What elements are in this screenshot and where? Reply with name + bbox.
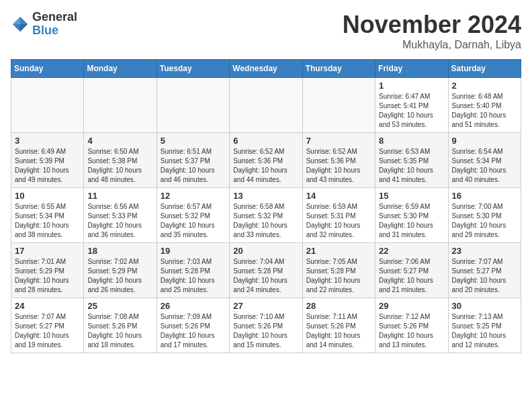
calendar-cell	[11, 78, 84, 133]
calendar-cell: 27Sunrise: 7:10 AM Sunset: 5:26 PM Dayli…	[230, 298, 302, 353]
day-number: 16	[452, 191, 517, 201]
calendar-cell: 8Sunrise: 6:53 AM Sunset: 5:35 PM Daylig…	[375, 133, 448, 188]
calendar-cell: 1Sunrise: 6:47 AM Sunset: 5:41 PM Daylig…	[375, 78, 448, 133]
day-header-saturday: Saturday	[448, 60, 521, 78]
day-header-sunday: Sunday	[11, 60, 84, 78]
logo: General Blue	[11, 11, 77, 38]
day-number: 18	[87, 246, 152, 256]
day-number: 28	[306, 301, 371, 311]
day-number: 7	[306, 136, 371, 146]
calendar-week-1: 1Sunrise: 6:47 AM Sunset: 5:41 PM Daylig…	[11, 78, 521, 133]
day-info: Sunrise: 6:56 AM Sunset: 5:33 PM Dayligh…	[87, 202, 152, 240]
calendar-cell: 12Sunrise: 6:57 AM Sunset: 5:32 PM Dayli…	[157, 188, 229, 243]
calendar-cell: 16Sunrise: 7:00 AM Sunset: 5:30 PM Dayli…	[448, 188, 521, 243]
day-number: 25	[87, 301, 152, 311]
day-info: Sunrise: 6:48 AM Sunset: 5:40 PM Dayligh…	[452, 92, 517, 130]
svg-marker-3	[20, 24, 28, 32]
day-info: Sunrise: 6:49 AM Sunset: 5:39 PM Dayligh…	[15, 147, 80, 185]
svg-marker-2	[13, 24, 20, 32]
svg-marker-1	[13, 17, 20, 24]
calendar-cell: 9Sunrise: 6:54 AM Sunset: 5:34 PM Daylig…	[448, 133, 521, 188]
day-info: Sunrise: 6:51 AM Sunset: 5:37 PM Dayligh…	[161, 147, 226, 185]
day-number: 20	[233, 246, 298, 256]
calendar-cell: 10Sunrise: 6:55 AM Sunset: 5:34 PM Dayli…	[11, 188, 84, 243]
calendar-header-row: SundayMondayTuesdayWednesdayThursdayFrid…	[11, 60, 521, 78]
calendar-cell: 24Sunrise: 7:07 AM Sunset: 5:27 PM Dayli…	[11, 298, 84, 353]
day-info: Sunrise: 7:01 AM Sunset: 5:29 PM Dayligh…	[15, 257, 80, 295]
calendar-cell: 26Sunrise: 7:09 AM Sunset: 5:26 PM Dayli…	[157, 298, 229, 353]
day-number: 11	[87, 191, 152, 201]
day-info: Sunrise: 6:47 AM Sunset: 5:41 PM Dayligh…	[379, 92, 444, 130]
calendar-cell: 28Sunrise: 7:11 AM Sunset: 5:26 PM Dayli…	[302, 298, 375, 353]
logo-blue-text: Blue	[32, 24, 77, 38]
calendar-cell	[230, 78, 302, 133]
day-number: 23	[452, 246, 517, 256]
day-info: Sunrise: 7:12 AM Sunset: 5:26 PM Dayligh…	[379, 312, 444, 350]
day-header-thursday: Thursday	[302, 60, 375, 78]
calendar-week-5: 24Sunrise: 7:07 AM Sunset: 5:27 PM Dayli…	[11, 298, 521, 353]
day-number: 21	[306, 246, 371, 256]
day-number: 15	[379, 191, 444, 201]
day-number: 14	[306, 191, 371, 201]
page-header: General Blue November 2024 Mukhayla, Dar…	[11, 11, 521, 51]
day-number: 22	[379, 246, 444, 256]
calendar-cell	[302, 78, 375, 133]
calendar-cell: 13Sunrise: 6:58 AM Sunset: 5:32 PM Dayli…	[230, 188, 302, 243]
day-number: 6	[233, 136, 298, 146]
calendar-cell: 3Sunrise: 6:49 AM Sunset: 5:39 PM Daylig…	[11, 133, 84, 188]
calendar-week-3: 10Sunrise: 6:55 AM Sunset: 5:34 PM Dayli…	[11, 188, 521, 243]
day-header-friday: Friday	[375, 60, 448, 78]
day-number: 3	[15, 136, 80, 146]
day-info: Sunrise: 7:03 AM Sunset: 5:28 PM Dayligh…	[161, 257, 226, 295]
day-number: 19	[161, 246, 226, 256]
day-header-wednesday: Wednesday	[230, 60, 302, 78]
calendar-cell: 22Sunrise: 7:06 AM Sunset: 5:27 PM Dayli…	[375, 243, 448, 298]
day-info: Sunrise: 7:04 AM Sunset: 5:28 PM Dayligh…	[233, 257, 298, 295]
day-info: Sunrise: 7:11 AM Sunset: 5:26 PM Dayligh…	[306, 312, 371, 350]
day-info: Sunrise: 7:05 AM Sunset: 5:28 PM Dayligh…	[306, 257, 371, 295]
calendar-cell: 11Sunrise: 6:56 AM Sunset: 5:33 PM Dayli…	[84, 188, 157, 243]
day-info: Sunrise: 7:06 AM Sunset: 5:27 PM Dayligh…	[379, 257, 444, 295]
calendar-cell: 23Sunrise: 7:07 AM Sunset: 5:27 PM Dayli…	[448, 243, 521, 298]
day-info: Sunrise: 7:00 AM Sunset: 5:30 PM Dayligh…	[452, 202, 517, 240]
calendar-cell: 2Sunrise: 6:48 AM Sunset: 5:40 PM Daylig…	[448, 78, 521, 133]
calendar-cell: 30Sunrise: 7:13 AM Sunset: 5:25 PM Dayli…	[448, 298, 521, 353]
day-header-monday: Monday	[84, 60, 157, 78]
day-info: Sunrise: 6:50 AM Sunset: 5:38 PM Dayligh…	[87, 147, 152, 185]
calendar-cell: 19Sunrise: 7:03 AM Sunset: 5:28 PM Dayli…	[157, 243, 229, 298]
day-number: 30	[452, 301, 517, 311]
calendar-cell	[157, 78, 229, 133]
calendar-cell: 6Sunrise: 6:52 AM Sunset: 5:36 PM Daylig…	[230, 133, 302, 188]
calendar-cell: 21Sunrise: 7:05 AM Sunset: 5:28 PM Dayli…	[302, 243, 375, 298]
day-info: Sunrise: 7:07 AM Sunset: 5:27 PM Dayligh…	[452, 257, 517, 295]
logo-text: General Blue	[32, 11, 77, 38]
month-title: November 2024	[343, 11, 521, 39]
day-info: Sunrise: 6:52 AM Sunset: 5:36 PM Dayligh…	[306, 147, 371, 185]
calendar-cell: 25Sunrise: 7:08 AM Sunset: 5:26 PM Dayli…	[84, 298, 157, 353]
day-number: 24	[15, 301, 80, 311]
day-number: 4	[87, 136, 152, 146]
day-info: Sunrise: 6:57 AM Sunset: 5:32 PM Dayligh…	[161, 202, 226, 240]
calendar-cell: 29Sunrise: 7:12 AM Sunset: 5:26 PM Dayli…	[375, 298, 448, 353]
day-number: 8	[379, 136, 444, 146]
calendar-week-2: 3Sunrise: 6:49 AM Sunset: 5:39 PM Daylig…	[11, 133, 521, 188]
day-info: Sunrise: 6:54 AM Sunset: 5:34 PM Dayligh…	[452, 147, 517, 185]
day-info: Sunrise: 7:10 AM Sunset: 5:26 PM Dayligh…	[233, 312, 298, 350]
day-info: Sunrise: 6:58 AM Sunset: 5:32 PM Dayligh…	[233, 202, 298, 240]
day-number: 26	[161, 301, 226, 311]
day-number: 12	[161, 191, 226, 201]
calendar-cell: 17Sunrise: 7:01 AM Sunset: 5:29 PM Dayli…	[11, 243, 84, 298]
day-number: 2	[452, 81, 517, 91]
calendar-table: SundayMondayTuesdayWednesdayThursdayFrid…	[11, 59, 521, 353]
svg-marker-0	[20, 17, 28, 24]
location-title: Mukhayla, Darnah, Libya	[343, 39, 521, 51]
day-number: 29	[379, 301, 444, 311]
day-number: 1	[379, 81, 444, 91]
day-number: 27	[233, 301, 298, 311]
calendar-cell: 14Sunrise: 6:59 AM Sunset: 5:31 PM Dayli…	[302, 188, 375, 243]
logo-icon	[11, 15, 30, 34]
day-info: Sunrise: 6:52 AM Sunset: 5:36 PM Dayligh…	[233, 147, 298, 185]
day-info: Sunrise: 6:53 AM Sunset: 5:35 PM Dayligh…	[379, 147, 444, 185]
day-info: Sunrise: 6:55 AM Sunset: 5:34 PM Dayligh…	[15, 202, 80, 240]
day-number: 13	[233, 191, 298, 201]
